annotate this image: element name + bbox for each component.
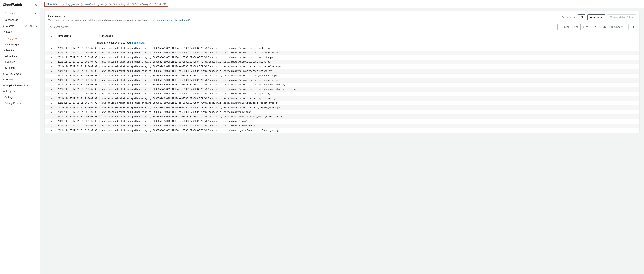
sidebar: CloudWatch Favorites ▶ Dashboards ▶ Alar… [0,0,40,274]
expand-row-icon[interactable]: ▶ [48,97,55,100]
separator [628,25,628,30]
table-row[interactable]: ▶2021-11-10T17:01:01.993-07:00aws-amazon… [44,46,640,51]
expand-row-icon[interactable]: ▶ [48,111,55,113]
nav-events[interactable]: ▶ Events [0,77,40,82]
table-row[interactable]: ▶2021-11-10T17:01:01.993-07:00aws-amazon… [44,96,640,101]
nav-alarms[interactable]: ▶ Alarms 0 0 0 [0,23,40,29]
cell-message: aws-amazon-braket-sdk-python-staging-3f8… [102,84,636,86]
range-1m[interactable]: 1m [572,25,580,30]
table-row[interactable]: ▶2021-11-10T17:01:01.993-07:00aws-amazon… [44,119,640,124]
nav-explorer[interactable]: Explorer [0,59,40,65]
cell-timestamp: 2021-11-10T17:01:01.993-07:00 [58,65,100,68]
cell-message: aws-amazon-braket-sdk-python-staging-3f8… [102,65,636,68]
nav-settings[interactable]: Settings [0,94,40,100]
table-row[interactable]: ▶2021-11-10T17:01:01.993-07:00aws-amazon… [44,101,640,105]
actions-button[interactable]: Actions ▼ [587,15,605,20]
table-row[interactable]: ▶2021-11-10T17:01:01.993-07:00aws-amazon… [44,78,640,83]
expand-row-icon[interactable]: ▶ [48,125,55,127]
learn-more-link[interactable]: Learn more about filter patterns [154,19,188,21]
table-row[interactable]: ▶2021-11-10T17:01:01.993-07:00aws-amazon… [44,87,640,92]
create-metric-filter-button[interactable]: Create Metric Filter [607,15,636,20]
range-1h[interactable]: 1h [591,25,599,30]
range-30m[interactable]: 30m [580,25,591,30]
nav-app-monitoring[interactable]: ▶ Application monitoring [0,82,40,88]
refresh-button[interactable] [578,15,585,20]
table-row[interactable]: ▶2021-11-10T17:01:01.993-07:00aws-amazon… [44,105,640,110]
range-clear[interactable]: Clear [560,25,572,30]
cell-timestamp: 2021-11-10T17:01:01.993-07:00 [58,120,100,122]
breadcrumb-item[interactable]: CloudWatch [46,3,60,6]
table-row[interactable]: ▶2021-11-10T17:01:01.993-07:00aws-amazon… [44,83,640,87]
expand-row-icon[interactable]: ▶ [48,93,55,95]
cell-message: aws-amazon-braket-sdk-python-staging-3f8… [102,61,636,63]
table-row[interactable]: ▶2021-11-10T17:01:01.993-07:00aws-amazon… [44,74,640,78]
load-more-link[interactable]: Load more. [132,41,145,44]
nav-metrics[interactable]: ▼ Metrics [0,47,40,53]
expand-row-icon[interactable]: ▶ [48,102,55,104]
nav-logs-insights[interactable]: Logs Insights [0,42,40,47]
expand-row-icon[interactable]: ▶ [48,52,55,54]
alarm-warning-icon: 0 [24,25,28,27]
nav-getting-started[interactable]: Getting Started [0,100,40,106]
cell-timestamp: 2021-11-10T17:01:01.993-07:00 [58,129,100,132]
filter-events-input[interactable] [54,26,556,29]
nav-dashboards[interactable]: Dashboards [0,17,40,23]
nav-xray[interactable]: ▶ X-Ray traces [0,71,40,77]
range-custom[interactable]: Custom [608,25,626,30]
panel-title: Log events [48,15,190,18]
caret-down-icon: ▼ [600,16,602,18]
table-row[interactable]: ▶2021-11-10T17:01:01.993-07:00aws-amazon… [44,69,640,74]
expand-row-icon[interactable]: ▶ [48,61,55,63]
expand-row-icon[interactable]: ▶ [48,65,55,68]
sidebar-title: CloudWatch [3,3,22,7]
favorites-row[interactable]: Favorites ▶ [0,10,40,17]
cell-timestamp: 2021-11-10T17:01:01.993-07:00 [58,88,100,91]
breadcrumb-item[interactable]: Log groups [66,3,79,6]
expand-row-icon[interactable]: ▶ [48,88,55,91]
table-row[interactable]: ▶2021-11-10T17:01:01.993-07:00aws-amazon… [44,64,640,69]
view-as-text-toggle[interactable]: View as text [559,16,576,19]
caret-right-icon: ▶ [3,90,5,92]
expand-row-icon[interactable]: ▶ [48,120,55,122]
breadcrumb-current: JobTest-autograd-1636588595/algo-1-16365… [109,3,166,6]
settings-gear-icon[interactable] [631,25,636,29]
expand-row-icon[interactable]: ▶ [48,129,55,132]
cell-message: aws-amazon-braket-sdk-python-staging-3f8… [102,93,636,95]
table-row[interactable]: ▶2021-11-10T17:01:01.993-07:00aws-amazon… [44,92,640,96]
nav-insights[interactable]: ▶ Insights [0,88,40,94]
expand-row-icon[interactable]: ▶ [48,75,55,77]
table-row[interactable]: ▶2021-11-10T17:01:01.993-07:00aws-amazon… [44,124,640,128]
sidebar-close-icon[interactable] [34,4,37,6]
nav-log-groups[interactable]: Log groups [0,35,40,42]
view-as-text-checkbox[interactable] [559,16,561,19]
svg-rect-9 [621,27,623,28]
expand-row-icon[interactable]: ▶ [48,106,55,109]
breadcrumb-item[interactable]: /aws/braket/jobs [85,3,103,6]
table-row[interactable]: ▶2021-11-10T17:01:01.993-07:00aws-amazon… [44,128,640,133]
expand-row-icon[interactable]: ▶ [48,47,55,50]
expand-row-icon[interactable]: ▶ [48,79,55,82]
cell-message: aws-amazon-braket-sdk-python-staging-3f8… [102,74,636,77]
expand-row-icon[interactable]: ▶ [48,70,55,72]
nav-logs[interactable]: ▼ Logs [0,29,40,35]
expand-all-toggle[interactable]: ▶ [48,35,55,37]
table-row[interactable]: ▶2021-11-10T17:01:01.993-07:00aws-amazon… [44,114,640,119]
cell-message: aws-amazon-braket-sdk-python-staging-3f8… [102,79,636,82]
table-row[interactable]: ▶2021-11-10T17:01:01.993-07:00aws-amazon… [44,110,640,114]
nav-all-metrics[interactable]: All metrics [0,53,40,59]
col-header-timestamp: Timestamp [58,35,100,37]
log-events-table: ▶ Timestamp Message There are older even… [44,33,640,133]
chevron-right-icon: ❯ [81,3,83,6]
expand-row-icon[interactable]: ▶ [48,84,55,86]
table-row[interactable]: ▶2021-11-10T17:01:01.993-07:00aws-amazon… [44,60,640,64]
expand-row-icon[interactable]: ▶ [48,116,55,118]
expand-row-icon[interactable]: ▶ [48,56,55,59]
col-header-message: Message [102,35,636,37]
table-row[interactable]: ▶2021-11-10T17:01:01.993-07:00aws-amazon… [44,51,640,55]
nav-streams[interactable]: Streams [0,65,40,71]
cell-timestamp: 2021-11-10T17:01:01.993-07:00 [58,93,100,95]
table-row[interactable]: ▶2021-11-10T17:01:01.993-07:00aws-amazon… [44,55,640,60]
range-12h[interactable]: 12h [599,25,608,30]
filter-events-input-wrap[interactable] [48,24,558,30]
chevron-right-icon: ❯ [105,3,107,6]
